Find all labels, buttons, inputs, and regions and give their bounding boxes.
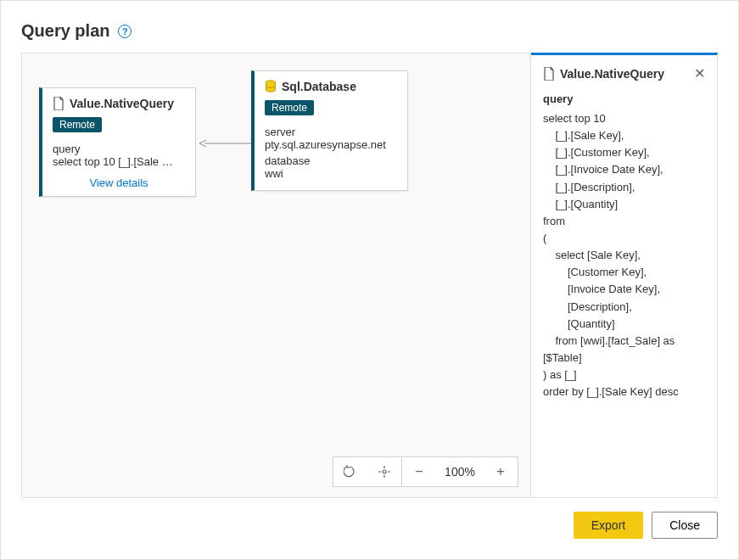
document-icon — [53, 97, 64, 110]
dialog-footer: Export Close — [21, 512, 718, 539]
remote-badge: Remote — [265, 100, 314, 115]
detail-title: Value.NativeQuery — [543, 67, 664, 81]
plan-canvas[interactable]: Value.NativeQuery Remote query select to… — [21, 53, 531, 498]
node-title: Value.NativeQuery — [53, 97, 185, 110]
plan-node-native-query[interactable]: Value.NativeQuery Remote query select to… — [39, 87, 196, 197]
node-title-text: Sql.Database — [282, 80, 356, 93]
zoom-out-button[interactable]: − — [402, 457, 436, 486]
remote-badge: Remote — [53, 117, 102, 132]
zoom-in-button[interactable]: + — [484, 457, 518, 486]
connector-arrow — [198, 137, 251, 145]
close-button[interactable]: Close — [652, 512, 718, 539]
reset-view-button[interactable] — [333, 457, 367, 486]
detail-panel: Value.NativeQuery ✕ query select top 10 … — [531, 53, 718, 498]
fit-view-button[interactable] — [367, 457, 401, 486]
document-icon — [543, 67, 555, 81]
field-value: select top 10 [_].[Sale … — [53, 155, 185, 168]
node-title: Sql.Database — [265, 80, 397, 93]
detail-sql-text: select top 10 [_].[Sale Key], [_].[Custo… — [543, 110, 705, 400]
dialog-title: Query plan — [21, 21, 109, 41]
detail-title-text: Value.NativeQuery — [560, 67, 664, 81]
detail-header: Value.NativeQuery ✕ — [543, 67, 705, 81]
export-button[interactable]: Export — [574, 512, 643, 539]
detail-field-label: query — [543, 92, 705, 105]
field-label: query — [53, 143, 185, 155]
database-value: wwi — [265, 167, 397, 180]
database-icon — [265, 80, 277, 93]
main-area: Value.NativeQuery Remote query select to… — [21, 53, 718, 498]
svg-point-2 — [383, 470, 386, 473]
close-panel-icon[interactable]: ✕ — [694, 67, 705, 81]
query-plan-dialog: Query plan ? Value.NativeQuery — [0, 0, 739, 560]
database-label: database — [265, 154, 397, 167]
zoom-toolbar: − 100% + — [333, 456, 518, 487]
zoom-level: 100% — [436, 457, 484, 486]
dialog-header: Query plan ? — [21, 21, 718, 41]
server-label: server — [265, 126, 397, 138]
help-icon[interactable]: ? — [118, 25, 132, 38]
server-value: pty.sql.azuresynapse.net — [265, 138, 397, 151]
view-details-link[interactable]: View details — [53, 171, 185, 189]
plan-node-sql-database[interactable]: Sql.Database Remote server pty.sql.azure… — [251, 70, 408, 191]
node-title-text: Value.NativeQuery — [70, 97, 174, 110]
